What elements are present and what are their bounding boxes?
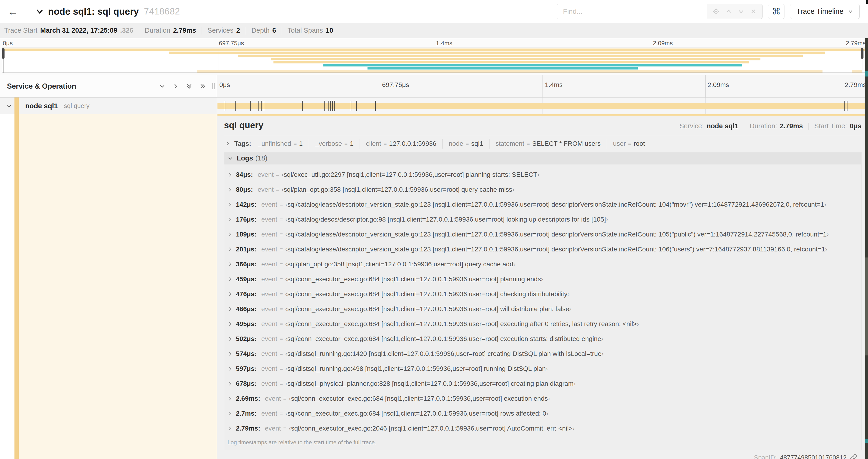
log-row[interactable]: 678μs:event=‹sql/distsql_physical_planne… (224, 376, 861, 391)
find-next-button[interactable] (738, 8, 744, 15)
column-resizer-handle[interactable] (212, 83, 215, 89)
chevron-right-icon (227, 202, 232, 207)
chevron-right-icon (227, 262, 232, 267)
log-timestamp: 486μs: (236, 305, 257, 313)
tag-item[interactable]: _unfinished=1 (258, 140, 303, 147)
trace-summary-items: Trace StartMarch 31 2022, 17:25:09.326Du… (4, 27, 333, 35)
tag-item[interactable]: user=root (613, 140, 645, 147)
log-row[interactable]: 2.7ms:event=‹sql/conn_executor_exec.go:6… (224, 406, 861, 421)
tag-item[interactable]: statement=SELECT * FROM users (496, 140, 601, 147)
log-row[interactable]: 2.79ms:event=‹sql/conn_executor_exec.go:… (224, 421, 861, 436)
chevron-right-icon (227, 292, 232, 297)
log-row[interactable]: 574μs:event=‹sql/distsql_running.go:1420… (224, 346, 861, 361)
keyboard-shortcuts-button[interactable]: ⌘ (768, 4, 784, 19)
detail-meta: Service:node sql1Duration:2.79msStart Ti… (679, 122, 862, 130)
chevron-right-icon (227, 336, 232, 341)
log-row[interactable]: 176μs:event=‹sql/catalog/descs/descripto… (224, 212, 861, 227)
ruler-tick-line (542, 75, 543, 97)
log-field-value: sql/catalog/lease/descriptor_version_sta… (287, 201, 824, 208)
detail-meta-value: node sql1 (707, 122, 738, 130)
chevron-down-icon (159, 83, 165, 90)
minimap-canvas[interactable] (2, 47, 866, 73)
span-timeline-cell[interactable] (217, 97, 868, 114)
tag-item[interactable]: _verbose=1 (315, 140, 353, 147)
minimap-span-segment (2, 48, 866, 51)
span-name-column[interactable]: node sql1 sql query (0, 97, 217, 114)
log-row[interactable]: 486μs:event=‹sql/conn_executor_exec.go:6… (224, 302, 861, 317)
logs-list: 34μs:event=‹sql/exec_util.go:2297 [nsql1… (224, 164, 861, 436)
log-field-key: event (261, 335, 277, 342)
log-field-key: event (261, 380, 277, 387)
minimap-span-row (2, 67, 866, 69)
log-field-key: event (261, 245, 277, 253)
summary-value: 2.79ms (173, 27, 196, 34)
log-row[interactable]: 201μs:event=‹sql/catalog/lease/descripto… (224, 242, 861, 257)
find-input[interactable] (557, 4, 707, 19)
log-row[interactable]: 495μs:event=‹sql/conn_executor_exec.go:6… (224, 317, 861, 331)
tag-item[interactable]: client=127.0.0.1:59936 (366, 140, 436, 147)
log-row[interactable]: 189μs:event=‹sql/catalog/lease/descripto… (224, 227, 861, 242)
detail-meta-value: 0μs (850, 122, 862, 130)
trace-view-page: ← node sql1: sql query 7418682 (0, 0, 868, 459)
log-row[interactable]: 142μs:event=‹sql/catalog/lease/descripto… (224, 197, 861, 212)
trace-view-selector[interactable]: Trace Timeline (790, 4, 860, 19)
span-duration-bar[interactable] (217, 103, 866, 109)
span-collapse-toggle[interactable] (6, 103, 12, 109)
expand-all-button[interactable] (199, 83, 206, 90)
expand-one-button[interactable] (173, 83, 179, 90)
minimap-span-segment (852, 70, 862, 72)
minimap-left-scrubber[interactable] (3, 48, 3, 72)
log-open-quote: ‹ (285, 245, 287, 253)
service-operation-title: Service & Operation (7, 82, 76, 91)
ruler-tick-line (380, 75, 380, 97)
trace-view-selector-label: Trace Timeline (796, 7, 843, 15)
clear-find-button[interactable] (750, 8, 756, 15)
log-open-quote: ‹ (282, 171, 284, 178)
log-row[interactable]: 34μs:event=‹sql/exec_util.go:2297 [nsql1… (224, 167, 861, 182)
screen-corner-artifact (866, 0, 868, 4)
log-row[interactable]: 2.69ms:event=‹sql/conn_executor_exec.go:… (224, 391, 861, 406)
logs-header[interactable]: Logs (18) (224, 152, 861, 164)
chevron-right-icon (227, 172, 232, 177)
focus-match-button[interactable] (713, 8, 720, 15)
log-close-quote: › (601, 350, 603, 358)
tag-item[interactable]: node=sql1 (449, 140, 483, 147)
find-prev-button[interactable] (725, 8, 732, 15)
log-marker-tick (356, 101, 357, 111)
log-row[interactable]: 476μs:event=‹sql/conn_executor_exec.go:6… (224, 287, 861, 302)
log-marker-tick (375, 101, 376, 111)
back-button[interactable]: ← (0, 0, 26, 23)
chevron-right-icon (227, 381, 232, 386)
log-close-quote: › (824, 201, 826, 208)
log-close-quote: › (827, 231, 829, 238)
span-operation-name: sql query (64, 102, 90, 110)
minimap-tick-label: 0μs (3, 40, 12, 47)
log-row[interactable]: 80μs:event=‹sql/plan_opt.go:358 [nsql1,c… (224, 182, 861, 197)
minimap-tick-label: 2.09ms (653, 40, 673, 47)
log-row[interactable]: 597μs:event=‹sql/distsql_running.go:498 … (224, 361, 861, 376)
log-field-key: event (261, 320, 277, 328)
chevron-right-icon (227, 276, 232, 282)
chevron-up-icon (725, 8, 732, 15)
collapse-trace-button[interactable] (36, 8, 43, 15)
log-row[interactable]: 366μs:event=‹sql/plan_opt.go:358 [nsql1,… (224, 257, 861, 272)
chevron-down-icon (738, 8, 744, 15)
scrubber-handle[interactable] (2, 48, 5, 59)
minimap-right-scrubber[interactable] (862, 48, 862, 72)
log-equals: = (280, 201, 283, 208)
collapse-all-button[interactable] (159, 83, 165, 90)
log-field-key: event (257, 171, 274, 178)
minimap-tick-labels: 0μs697.75μs1.4ms2.09ms2.79ms (0, 40, 868, 47)
log-row[interactable]: 459μs:event=‹sql/conn_executor_exec.go:6… (224, 272, 861, 287)
scrubber-handle[interactable] (861, 48, 864, 59)
collapse-all-deep-button[interactable] (186, 83, 192, 90)
log-close-quote: › (606, 216, 608, 223)
log-timestamp: 574μs: (236, 350, 257, 358)
tag-value: 1 (350, 140, 354, 147)
chevron-right-icon (227, 306, 232, 312)
span-row[interactable]: node sql1 sql query (0, 97, 868, 114)
tags-accordion[interactable]: Tags: _unfinished=1_verbose=1client=127.… (224, 135, 862, 152)
log-row[interactable]: 502μs:event=‹sql/conn_executor_exec.go:6… (224, 331, 861, 346)
deep-link-button[interactable] (850, 454, 857, 459)
minimap-span-row (2, 58, 866, 60)
